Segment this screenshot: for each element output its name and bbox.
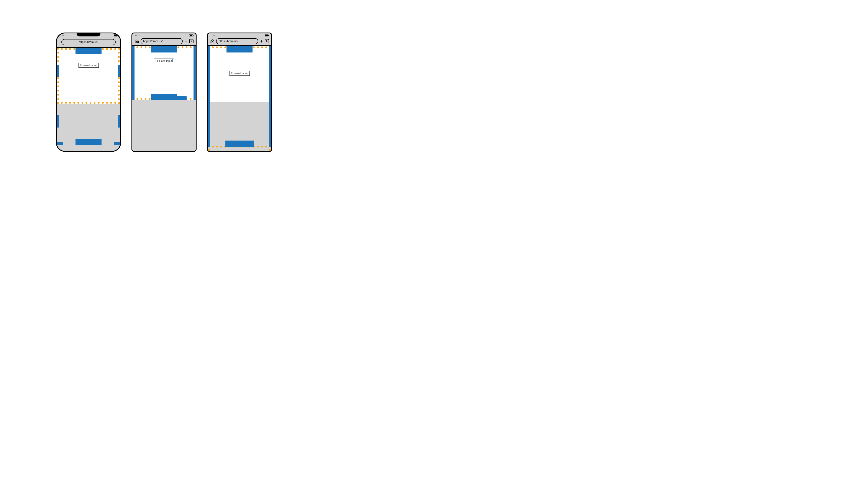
fixed-top-bar [75, 48, 101, 54]
address-bar[interactable]: https://bram.us/ [141, 38, 183, 44]
fixed-top-bar [226, 46, 252, 53]
phone-mock-overlay: 11:45 https://bram.us/ + 5 Focused Input [207, 33, 272, 152]
fixed-right-bar [118, 65, 120, 77]
fixed-bottom-bar [225, 140, 254, 147]
focused-input[interactable]: Focused Input [154, 59, 174, 63]
fixed-bottom-bar-step [154, 96, 187, 100]
layout-viewport-edge-bottom [57, 102, 120, 104]
battery-icon [114, 34, 118, 36]
device-notch [76, 33, 100, 36]
battery-icon [189, 34, 193, 36]
browser-chrome: 11:45 https://bram.us/ [57, 33, 120, 48]
address-bar[interactable]: https://bram.us/ [216, 38, 258, 44]
tab-count-button[interactable]: 5 [265, 39, 269, 43]
battery-icon [265, 34, 269, 36]
fixed-right-rail [193, 46, 196, 100]
fixed-right-rail-under [269, 102, 271, 147]
fixed-bottom-left-bar [57, 142, 63, 145]
virtual-keyboard [57, 104, 120, 151]
browser-chrome: 11:45 https://bram.us/ + 5 [208, 33, 271, 46]
fixed-top-bar [151, 46, 177, 53]
tab-count: 5 [266, 40, 268, 42]
focused-input[interactable]: Focused Input [79, 63, 99, 68]
url-text: https://bram.us/ [79, 40, 98, 43]
page-viewport: Focused Input [132, 46, 196, 100]
phone-mock-resize: 11:45 https://bram.us/ + 5 F [131, 33, 196, 152]
url-text: https://bram.us/ [219, 39, 238, 43]
fixed-left-rail [208, 46, 210, 102]
fixed-right-bar-below [118, 115, 120, 128]
fixed-bottom-right-bar [114, 142, 120, 145]
url-text: https://bram.us/ [143, 39, 163, 43]
virtual-keyboard [132, 100, 196, 151]
address-bar[interactable]: https://bram.us/ [61, 39, 116, 45]
status-time: 11:45 [135, 34, 140, 37]
text-caret [248, 72, 248, 75]
home-icon[interactable] [134, 39, 139, 43]
tab-count: 5 [191, 40, 192, 42]
page-viewport-visible: Focused Input [208, 46, 271, 102]
focused-input[interactable]: Focused Input [229, 71, 250, 76]
input-value: Focused Input [80, 64, 97, 67]
browser-chrome: 11:45 https://bram.us/ + 5 [132, 33, 196, 46]
fixed-left-rail [132, 46, 134, 100]
fixed-left-bar [57, 65, 59, 77]
fixed-left-rail-under [208, 102, 210, 147]
fixed-right-rail [269, 46, 271, 102]
status-bar: 11:45 [208, 33, 271, 37]
home-icon[interactable] [210, 39, 215, 43]
tab-count-button[interactable]: 5 [189, 39, 193, 43]
input-value: Focused Input [156, 59, 172, 62]
page-viewport: Focused Input [57, 48, 120, 104]
phone-mock-ios: 11:45 https://bram.us/ Focused Input [56, 33, 121, 152]
text-caret [172, 59, 173, 62]
virtual-keyboard [208, 102, 271, 151]
fixed-bottom-bar [75, 139, 101, 145]
status-bar: 11:45 [132, 33, 196, 37]
text-caret [97, 64, 97, 67]
input-value: Focused Input [231, 72, 248, 75]
status-time: 11:45 [211, 34, 215, 37]
status-time: 11:45 [59, 34, 64, 37]
fixed-left-bar-below [57, 115, 59, 128]
new-tab-icon[interactable]: + [259, 39, 264, 44]
new-tab-icon[interactable]: + [184, 39, 188, 44]
